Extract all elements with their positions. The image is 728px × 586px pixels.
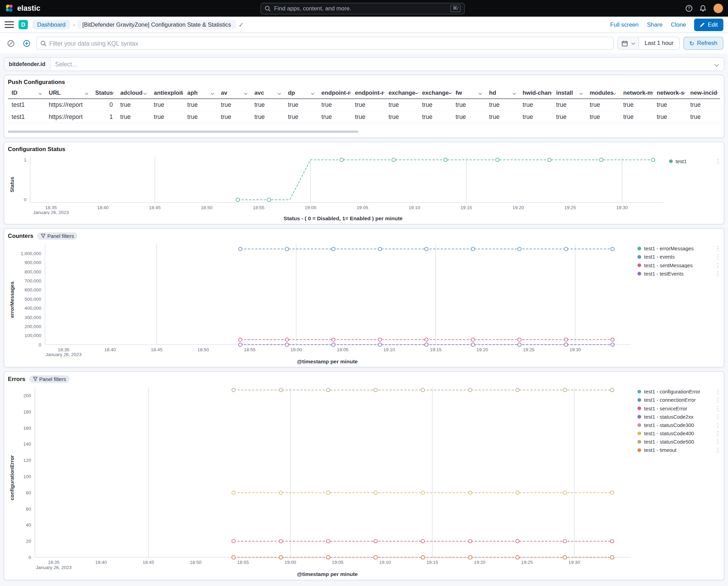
legend-item-actions-icon[interactable]: ⋮ — [715, 158, 720, 165]
counters-chart[interactable]: 0100,000200,000300,000400,000500,000600,… — [16, 242, 637, 358]
kql-filter-input[interactable] — [49, 40, 609, 47]
table-header-aph[interactable]: aph — [183, 87, 217, 99]
space-badge[interactable]: D — [19, 20, 28, 29]
column-label: install — [556, 90, 573, 96]
sort-chevron-down-icon[interactable] — [479, 91, 482, 95]
svg-text:100: 100 — [23, 474, 31, 479]
legend-item[interactable]: test1 - statusCode300⋮ — [637, 422, 720, 428]
bitdefender-id-select[interactable]: Select... — [50, 61, 713, 67]
saved-queries-icon[interactable] — [4, 37, 17, 49]
full-screen-button[interactable]: Full screen — [610, 21, 639, 28]
legend-item[interactable]: test1 - errorMessages⋮ — [637, 245, 720, 252]
breadcrumb-dashboard[interactable]: Dashboard — [32, 20, 70, 29]
legend-item[interactable]: test1 - sentMessages⋮ — [637, 262, 720, 269]
legend-item[interactable]: test1 - statusCode400⋮ — [637, 430, 720, 437]
table-header-avc[interactable]: avc — [250, 87, 284, 99]
sort-chevron-down-icon[interactable] — [211, 91, 214, 95]
legend-item-actions-icon[interactable]: ⋮ — [715, 405, 720, 412]
refresh-button[interactable]: ↻ Refresh — [683, 37, 724, 50]
svg-text:700,000: 700,000 — [25, 278, 41, 283]
table-header-exchange-[interactable]: exchange- — [385, 87, 418, 99]
legend-item-actions-icon[interactable]: ⋮ — [715, 270, 720, 277]
table-header-network-m[interactable]: network-m — [620, 87, 653, 99]
legend-item-actions-icon[interactable]: ⋮ — [715, 388, 720, 395]
table-header-url[interactable]: URL — [45, 87, 91, 99]
table-cell: true — [620, 99, 653, 111]
table-row[interactable]: test1https://report0truetruetruetruetrue… — [8, 99, 720, 111]
table-header-new-incid[interactable]: new-incid — [687, 87, 720, 99]
panel-filters-badge[interactable]: Panel filters — [29, 375, 70, 383]
date-picker-calendar[interactable] — [618, 37, 639, 49]
legend-label: test1 - errorMessages — [644, 246, 694, 251]
legend-item-actions-icon[interactable]: ⋮ — [715, 422, 720, 428]
table-header-endpoint-r[interactable]: endpoint-r — [351, 87, 385, 99]
time-range-value[interactable]: Last 1 hour — [639, 40, 679, 47]
legend-item[interactable]: test1 - events⋮ — [637, 254, 720, 260]
table-header-hd[interactable]: hd — [485, 87, 519, 99]
legend-item[interactable]: test1 - statusCode2xx⋮ — [637, 413, 720, 420]
kibana-app: elastic ⌘/ ? — [0, 0, 728, 586]
table-header-status[interactable]: Status — [92, 87, 117, 99]
sort-chevron-down-icon[interactable] — [579, 91, 583, 95]
legend-item[interactable]: test1 - testEvents⋮ — [637, 270, 720, 277]
errors-chart[interactable]: 02040608010012014016018020018:35January … — [16, 385, 637, 571]
legend-item[interactable]: test1 - configurationError⋮ — [637, 388, 720, 395]
legend-item-actions-icon[interactable]: ⋮ — [715, 262, 720, 269]
table-header-antiexploit[interactable]: antiexploit — [150, 87, 183, 99]
alerts-bell-icon[interactable] — [699, 4, 707, 12]
add-filter-icon[interactable] — [20, 37, 32, 49]
svg-text:19:20: 19:20 — [512, 205, 524, 210]
table-header-install[interactable]: install — [552, 87, 586, 99]
global-search-input[interactable] — [274, 5, 447, 12]
sort-chevron-down-icon[interactable] — [38, 91, 42, 95]
edit-button[interactable]: Edit — [694, 18, 724, 31]
sort-chevron-down-icon[interactable] — [512, 91, 516, 95]
legend-item[interactable]: test1 - connectionError⋮ — [637, 397, 720, 403]
share-button[interactable]: Share — [647, 21, 662, 28]
legend-item-actions-icon[interactable]: ⋮ — [715, 447, 720, 454]
table-header-hwid-chan[interactable]: hwid-chan — [519, 87, 552, 99]
legend-label: test1 - timeout — [644, 447, 677, 453]
menu-hamburger-icon[interactable] — [4, 21, 14, 28]
table-header-fw[interactable]: fw — [452, 87, 485, 99]
table-cell: true — [183, 111, 217, 123]
sort-chevron-down-icon[interactable] — [143, 91, 147, 95]
legend-item-actions-icon[interactable]: ⋮ — [715, 397, 720, 403]
sort-chevron-down-icon[interactable] — [278, 91, 281, 95]
table-row[interactable]: test1https://report1truetruetruetruetrue… — [8, 111, 720, 123]
legend-item[interactable]: test1⋮ — [669, 158, 720, 165]
table-header-adcloud[interactable]: adcloud — [116, 87, 150, 99]
panel-filters-badge[interactable]: Panel filters — [37, 232, 78, 240]
search-shortcut-badge: ⌘/ — [450, 4, 461, 12]
legend-item-actions-icon[interactable]: ⋮ — [715, 254, 720, 260]
saved-check-icon[interactable]: ✓ — [238, 21, 244, 28]
legend-item-actions-icon[interactable]: ⋮ — [715, 245, 720, 252]
sort-chevron-down-icon[interactable] — [85, 91, 88, 95]
table-header-exchange-[interactable]: exchange- — [418, 87, 452, 99]
legend-item-actions-icon[interactable]: ⋮ — [715, 439, 720, 445]
sort-chevron-down-icon[interactable] — [311, 91, 315, 95]
legend-item[interactable]: test1 - serviceError⋮ — [637, 405, 720, 412]
configuration-status-chart[interactable]: 0118:35January 26, 202318:4018:4518:5018… — [16, 154, 669, 215]
user-avatar[interactable] — [713, 3, 724, 13]
help-icon[interactable]: ? — [685, 4, 693, 12]
table-header-endpoint-r[interactable]: endpoint-r — [318, 87, 351, 99]
table-header-network-s[interactable]: network-s — [653, 87, 687, 99]
legend-item[interactable]: test1 - statusCode500⋮ — [637, 439, 720, 445]
sort-chevron-down-icon[interactable] — [244, 91, 248, 95]
control-group: bitdefender.id Select... — [4, 57, 725, 71]
table-header-modules[interactable]: modules — [586, 87, 620, 99]
table-horizontal-scrollbar[interactable] — [8, 131, 359, 133]
table-header-av[interactable]: av — [217, 87, 250, 99]
global-search[interactable]: ⌘/ — [261, 2, 465, 14]
svg-text:120: 120 — [23, 458, 31, 463]
legend-item-actions-icon[interactable]: ⋮ — [715, 413, 720, 420]
legend-item-actions-icon[interactable]: ⋮ — [715, 430, 720, 437]
table-header-id[interactable]: ID — [8, 87, 45, 99]
clone-button[interactable]: Clone — [671, 21, 686, 28]
controls-chevron-down-icon[interactable] — [714, 62, 719, 66]
legend-item[interactable]: test1 - timeout⋮ — [637, 447, 720, 454]
table-header-dp[interactable]: dp — [284, 87, 318, 99]
chart-legend: test1 - configurationError⋮test1 - conne… — [637, 385, 720, 571]
elastic-logo[interactable]: elastic — [4, 4, 40, 13]
